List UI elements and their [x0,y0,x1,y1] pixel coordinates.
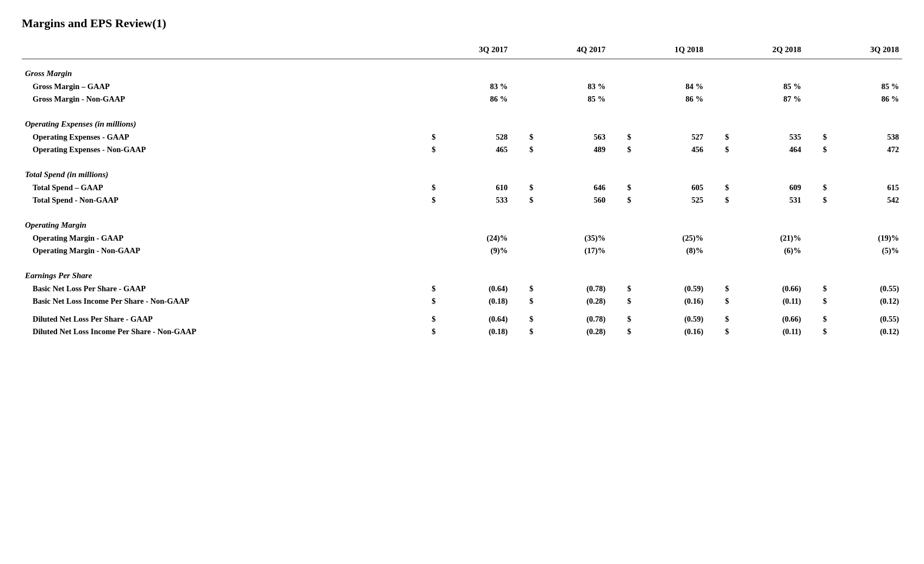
cell-value: 542 [830,194,902,206]
dollar-sign: $ [413,181,439,194]
cell-value: (6)% [732,245,804,257]
cell-value: (9)% [439,245,511,257]
header-col-2: 4Q 2017 [511,43,609,59]
cell-value: (17)% [536,245,609,257]
dollar-sign: $ [511,295,536,308]
table-row: Total Spend - Non-GAAP$533$560$525$531$5… [22,194,902,206]
cell-value: 86 % [439,93,511,105]
cell-value: 527 [634,131,707,143]
cell-value: 615 [830,181,902,194]
cell-value: (24)% [439,232,511,245]
dollar-sign: $ [511,143,536,156]
cell-value: 85 % [830,80,902,93]
section-spacer [22,206,902,211]
cell-value: 609 [732,181,804,194]
dollar-sign [804,245,830,257]
dollar-sign: $ [804,131,830,143]
cell-value: (0.66) [732,283,804,295]
dollar-sign [511,93,536,105]
dollar-sign [707,93,732,105]
cell-value: 464 [732,143,804,156]
table-row: Operating Expenses - Non-GAAP$465$489$45… [22,143,902,156]
dollar-sign: $ [804,295,830,308]
dollar-sign: $ [511,313,536,325]
dollar-sign [413,93,439,105]
header-col-1: 3Q 2017 [413,43,511,59]
cell-value: (0.12) [830,295,902,308]
cell-value: (0.11) [732,325,804,338]
section-header: Gross Margin [22,59,902,81]
dollar-sign: $ [609,131,634,143]
row-label: Operating Expenses - GAAP [22,131,413,143]
cell-value: (0.28) [536,325,609,338]
row-label: Diluted Net Loss Per Share - GAAP [22,313,413,325]
dollar-sign [413,232,439,245]
header-label [22,43,413,59]
cell-value: (35)% [536,232,609,245]
cell-value: 83 % [536,80,609,93]
dollar-sign: $ [413,131,439,143]
table-row: Diluted Net Loss Income Per Share - Non-… [22,325,902,338]
section-spacer [22,105,902,110]
dollar-sign: $ [804,181,830,194]
cell-value: (0.18) [439,295,511,308]
dollar-sign [511,245,536,257]
cell-value: 85 % [732,80,804,93]
table-row: Operating Margin - Non-GAAP(9)%(17)%(8)%… [22,245,902,257]
table-row: Operating Margin - GAAP(24)%(35)%(25)%(2… [22,232,902,245]
table-row: Operating Expenses - GAAP$528$563$527$53… [22,131,902,143]
table-row: Gross Margin - Non-GAAP86 %85 %86 %87 %8… [22,93,902,105]
row-label: Operating Margin - GAAP [22,232,413,245]
table-row: Total Spend – GAAP$610$646$605$609$615 [22,181,902,194]
cell-value: (0.66) [732,313,804,325]
cell-value: (0.64) [439,313,511,325]
cell-value: 610 [439,181,511,194]
row-label: Basic Net Loss Per Share - GAAP [22,283,413,295]
dollar-sign: $ [511,283,536,295]
cell-value: 646 [536,181,609,194]
cell-value: 456 [634,143,707,156]
dollar-sign: $ [707,283,732,295]
cell-value: (0.16) [634,295,707,308]
header-col-3: 1Q 2018 [609,43,707,59]
dollar-sign: $ [413,313,439,325]
cell-value: (19)% [830,232,902,245]
dollar-sign [609,245,634,257]
row-label: Operating Margin - Non-GAAP [22,245,413,257]
cell-value: 605 [634,181,707,194]
cell-value: (0.18) [439,325,511,338]
row-label: Gross Margin – GAAP [22,80,413,93]
section-header: Total Spend (in millions) [22,160,902,181]
dollar-sign: $ [707,325,732,338]
cell-value: 528 [439,131,511,143]
dollar-sign: $ [707,143,732,156]
dollar-sign: $ [804,194,830,206]
cell-value: 563 [536,131,609,143]
dollar-sign [804,80,830,93]
cell-value: 535 [732,131,804,143]
row-label: Total Spend - Non-GAAP [22,194,413,206]
dollar-sign [511,80,536,93]
cell-value: (0.78) [536,313,609,325]
dollar-sign: $ [804,313,830,325]
page-title: Margins and EPS Review(1) [22,16,902,30]
cell-value: (0.28) [536,295,609,308]
cell-value: 489 [536,143,609,156]
section-header: Operating Margin [22,211,902,232]
margins-eps-table: 3Q 2017 4Q 2017 1Q 2018 2Q 2018 3Q 2018 … [22,43,902,338]
dollar-sign: $ [413,194,439,206]
cell-value: (0.59) [634,313,707,325]
cell-value: 531 [732,194,804,206]
dollar-sign: $ [707,194,732,206]
cell-value: 86 % [634,93,707,105]
header-col-4: 2Q 2018 [707,43,804,59]
dollar-sign: $ [413,283,439,295]
cell-value: (21)% [732,232,804,245]
row-label: Basic Net Loss Income Per Share - Non-GA… [22,295,413,308]
dollar-sign: $ [707,181,732,194]
dollar-sign: $ [413,143,439,156]
row-label: Gross Margin - Non-GAAP [22,93,413,105]
dollar-sign: $ [511,131,536,143]
dollar-sign [707,80,732,93]
cell-value: (0.55) [830,313,902,325]
